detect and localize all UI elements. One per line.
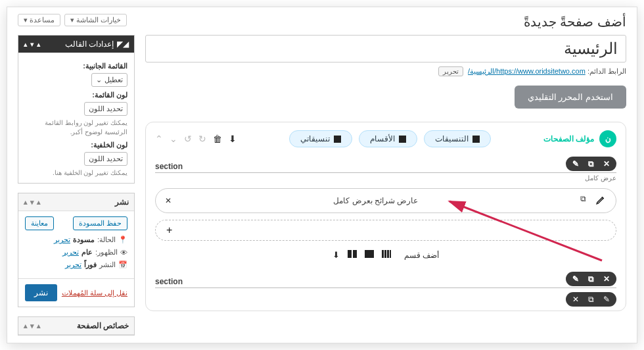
trash-icon[interactable]: 🗑	[213, 134, 222, 144]
undo-icon[interactable]: ↺	[184, 134, 192, 144]
help-button[interactable]: مساعدة ▾	[18, 14, 60, 26]
sidebar-menu-select[interactable]: تعطيل ⌄	[91, 73, 127, 87]
page-title: أضف صفحةً جديدةً	[524, 14, 626, 30]
insert-section-label: أضف قسم	[404, 251, 439, 260]
theme-settings-panel: ◢◤إعدادات القالب ▴▾▴ القائمة الجانبية: ت…	[18, 35, 135, 184]
section-edit-icon[interactable]: ✎	[572, 159, 579, 168]
chevron-down-icon: ⌄	[96, 76, 102, 84]
section-heading: section ✎ ⧉ ✕	[155, 277, 616, 288]
menu-color-label: لون القائمة:	[25, 91, 127, 99]
schedule-edit-link[interactable]: تحرير	[65, 261, 81, 269]
builder-brand: ن مؤلف الصفحات	[543, 130, 616, 147]
screen-options-button[interactable]: خيارات الشاشة ▾	[64, 14, 127, 26]
section-copy-icon[interactable]: ⧉	[588, 274, 594, 284]
permalink-slug[interactable]: /الرئيسية/	[468, 67, 496, 75]
section-heading: section ✎ ⧉ ✕	[155, 162, 616, 173]
section-edit-icon[interactable]: ✎	[572, 274, 579, 284]
layout-2col-icon[interactable]	[348, 250, 357, 258]
slider-element-row[interactable]: ⧉ عارض شرائح بعرض كامل ✕	[155, 188, 616, 213]
element-copy-icon[interactable]: ⧉	[580, 194, 586, 207]
download-icon	[334, 136, 341, 143]
panel-up-icon[interactable]: ▴	[37, 198, 41, 207]
sidebar-menu-label: القائمة الجانبية:	[25, 62, 127, 70]
section-copy-icon[interactable]: ⧉	[588, 295, 594, 304]
bg-color-label: لون الخلفية:	[25, 141, 127, 149]
slider-row-label: عارض شرائح بعرض كامل	[172, 196, 580, 205]
section-close-icon[interactable]: ✕	[572, 295, 579, 304]
move-to-trash-link[interactable]: نقل إلى سلة المُهملات	[62, 289, 127, 297]
layout-download-icon[interactable]: ⬇	[333, 250, 340, 260]
status-edit-link[interactable]: تحرير	[54, 236, 70, 244]
page-attributes-panel: خصائص الصفحة ▴▾▴	[18, 316, 135, 336]
builder-pill-formats[interactable]: التنسيقات	[424, 130, 491, 147]
theme-settings-header[interactable]: ◢◤إعدادات القالب ▴▾▴	[18, 36, 134, 53]
builder-pill-coord[interactable]: تنسيقاتي	[289, 130, 352, 147]
panel-collapse-icon[interactable]: ▴	[24, 40, 28, 49]
bg-color-button[interactable]: تحديد اللون	[84, 152, 127, 166]
panel-up-icon[interactable]: ▴	[37, 322, 41, 330]
grid-icon	[472, 136, 480, 143]
schedule-row: 📅 النشر فوراً تحرير	[25, 261, 127, 269]
menu-color-help: يمكنك تغيير لون روابط القائمة الرئيسية ل…	[25, 118, 127, 137]
permalink-edit-button[interactable]: تحرير	[438, 66, 463, 76]
page-title-input[interactable]	[145, 35, 626, 63]
menu-color-button[interactable]: تحديد اللون	[84, 102, 127, 116]
add-element-row[interactable]: +	[155, 220, 616, 241]
publish-panel: نشر ▴▾▴ حفظ المسودة معاينة 📍 الحالة: مسو…	[18, 193, 135, 307]
publish-header[interactable]: نشر ▴▾▴	[18, 193, 134, 211]
builder-pill-sections[interactable]: الأقسام	[359, 130, 417, 147]
panel-collapse-icon[interactable]: ▴	[24, 198, 28, 207]
page-builder-card: ن مؤلف الصفحات التنسيقات الأقسام تنسيقات…	[145, 122, 626, 311]
theme-icon: ◢◤	[117, 39, 129, 49]
eye-icon: 👁	[120, 249, 127, 257]
grid-icon	[399, 136, 406, 143]
section-caption: عرض كامل	[155, 174, 616, 182]
builder-logo-icon: ن	[599, 130, 616, 147]
layout-4col-icon[interactable]	[382, 250, 391, 258]
section-action-badge: ✎ ⧉ ✕	[566, 157, 616, 171]
section-edit-icon[interactable]: ✎	[603, 295, 610, 304]
layout-1col-icon[interactable]	[365, 250, 374, 258]
panel-up-icon[interactable]: ▴	[37, 40, 41, 49]
panel-down-icon[interactable]: ▾	[30, 322, 34, 330]
builder-brand-label: مؤلف الصفحات	[543, 134, 594, 143]
section-copy-icon[interactable]: ⧉	[588, 159, 594, 168]
download-icon[interactable]: ⬇	[229, 134, 237, 144]
preview-button[interactable]: معاينة	[25, 216, 54, 230]
permalink-label: الرابط الدائم:	[587, 67, 626, 75]
chevron-down-icon[interactable]: ⌄	[170, 134, 177, 144]
chevron-up-icon[interactable]: ⌃	[155, 134, 163, 144]
section-action-badge: ✎ ⧉ ✕	[566, 272, 616, 286]
visibility-row: 👁 الظهور: عام تحرير	[25, 248, 127, 257]
status-row: 📍 الحالة: مسودة تحرير	[25, 236, 127, 244]
insert-section-row: أضف قسم ⬇	[155, 250, 616, 260]
panel-down-icon[interactable]: ▾	[30, 198, 34, 207]
element-edit-icon[interactable]	[595, 194, 607, 207]
redo-icon[interactable]: ↻	[198, 134, 206, 144]
save-draft-button[interactable]: حفظ المسودة	[73, 216, 127, 230]
use-classic-editor-button[interactable]: استخدم المحرر التقليدي	[515, 86, 626, 109]
permalink-base-url[interactable]: https://www.oridsitetwo.com	[496, 67, 586, 75]
calendar-icon: 📅	[118, 261, 127, 269]
section-action-badge: ✎ ⧉ ✕	[566, 292, 616, 307]
bg-color-help: يمكنك تغيير لون الخلفية هنا.	[25, 168, 127, 178]
panel-collapse-icon[interactable]: ▴	[24, 322, 28, 330]
element-close-icon[interactable]: ✕	[165, 196, 172, 205]
page-attributes-header[interactable]: خصائص الصفحة ▴▾▴	[18, 317, 134, 335]
publish-button[interactable]: نشر	[25, 284, 57, 301]
panel-down-icon[interactable]: ▾	[30, 40, 34, 49]
permalink-row: الرابط الدائم: https://www.oridsitetwo.c…	[145, 66, 626, 76]
plus-icon[interactable]: +	[160, 224, 179, 236]
pin-icon: 📍	[118, 236, 127, 244]
section-close-icon[interactable]: ✕	[603, 274, 610, 284]
section-close-icon[interactable]: ✕	[603, 159, 610, 168]
visibility-edit-link[interactable]: تحرير	[62, 248, 79, 257]
